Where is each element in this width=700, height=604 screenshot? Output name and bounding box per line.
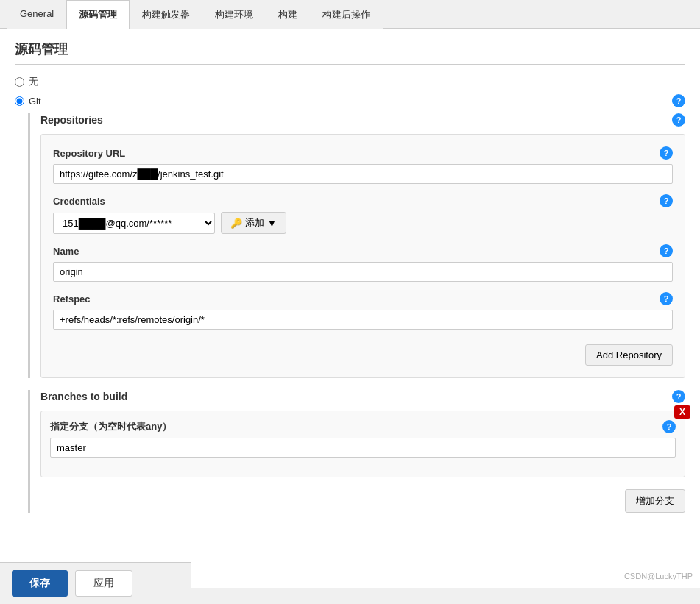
page-content: 源码管理 无 Git ? Repositories ? Repository U… — [0, 29, 700, 588]
refspec-field: Refspec ? — [53, 292, 673, 330]
refspec-label: Refspec — [53, 294, 91, 305]
git-help-icon[interactable]: ? — [672, 94, 685, 107]
add-repo-row: Add Repository — [53, 340, 673, 366]
branch-specifier-field: 指定分支（为空时代表any） ? — [50, 420, 676, 458]
branches-section: Branches to build ? X 指定分支（为空时代表any） ? 增… — [28, 390, 685, 513]
credentials-select[interactable]: 151████@qq.com/****** — [53, 213, 215, 234]
tab-build[interactable]: 构建 — [266, 0, 310, 29]
refspec-label-row: Refspec ? — [53, 292, 673, 305]
apply-button[interactable]: 应用 — [75, 570, 132, 588]
repo-url-input[interactable] — [53, 164, 673, 184]
repo-url-label: Repository URL — [53, 148, 125, 159]
radio-git-group: Git ? — [15, 94, 685, 107]
branch-specifier-label: 指定分支（为空时代表any） — [50, 420, 172, 433]
branches-help-icon[interactable]: ? — [672, 390, 685, 403]
repositories-section: Repositories ? Repository URL ? Credenti… — [28, 113, 685, 378]
page-title: 源码管理 — [15, 40, 685, 65]
radio-git[interactable] — [15, 96, 24, 106]
watermark: CSDN@LuckyTHP — [624, 572, 693, 580]
add-credentials-button[interactable]: 🔑 添加 ▼ — [221, 212, 286, 234]
name-field: Name ? — [53, 244, 673, 282]
branches-label: Branches to build — [40, 391, 127, 402]
tab-build-triggers[interactable]: 构建触发器 — [130, 0, 202, 29]
radio-none[interactable] — [15, 77, 24, 87]
name-help-icon[interactable]: ? — [660, 244, 673, 257]
branch-specifier-input[interactable] — [50, 438, 676, 458]
radio-none-group: 无 — [15, 75, 685, 88]
credentials-row: 151████@qq.com/****** 🔑 添加 ▼ — [53, 212, 673, 234]
tab-source-management[interactable]: 源码管理 — [66, 0, 130, 29]
tab-build-env[interactable]: 构建环境 — [202, 0, 266, 29]
tab-post-build[interactable]: 构建后操作 — [310, 0, 383, 29]
credentials-help-icon[interactable]: ? — [660, 194, 673, 207]
repo-url-help-icon[interactable]: ? — [660, 146, 673, 160]
branch-item: X 指定分支（为空时代表any） ? — [40, 411, 685, 477]
radio-none-label[interactable]: 无 — [29, 75, 38, 88]
bottom-bar: 保存 应用 — [0, 562, 191, 588]
repositories-help-icon[interactable]: ? — [672, 113, 685, 127]
name-label: Name — [53, 246, 79, 257]
repo-url-field: Repository URL ? — [53, 146, 673, 184]
repositories-header: Repositories ? — [40, 113, 685, 127]
tab-general[interactable]: General — [7, 0, 66, 29]
branch-specifier-label-row: 指定分支（为空时代表any） ? — [50, 420, 676, 433]
add-credentials-label: 添加 — [245, 216, 264, 230]
branches-header: Branches to build ? — [40, 390, 685, 403]
credentials-label: Credentials — [53, 196, 105, 207]
repository-inner: Repository URL ? Credentials ? 151████@q… — [40, 134, 685, 378]
refspec-help-icon[interactable]: ? — [660, 292, 673, 305]
name-label-row: Name ? — [53, 244, 673, 257]
key-icon: 🔑 — [230, 218, 242, 229]
save-button[interactable]: 保存 — [12, 570, 68, 588]
name-input[interactable] — [53, 262, 673, 282]
refspec-input[interactable] — [53, 310, 673, 330]
tabs-bar: General 源码管理 构建触发器 构建环境 构建 构建后操作 — [0, 0, 700, 29]
branch-delete-button[interactable]: X — [674, 405, 690, 419]
add-repository-button[interactable]: Add Repository — [585, 344, 673, 366]
add-branch-row: 增加分支 — [40, 485, 685, 513]
add-branch-button[interactable]: 增加分支 — [625, 489, 685, 513]
credentials-field: Credentials ? 151████@qq.com/****** 🔑 添加… — [53, 194, 673, 234]
dropdown-arrow-icon: ▼ — [267, 218, 277, 229]
repositories-label: Repositories — [40, 114, 103, 126]
credentials-label-row: Credentials ? — [53, 194, 673, 207]
radio-git-label[interactable]: Git — [29, 96, 41, 107]
repo-url-label-row: Repository URL ? — [53, 146, 673, 160]
branch-specifier-help-icon[interactable]: ? — [662, 420, 676, 433]
